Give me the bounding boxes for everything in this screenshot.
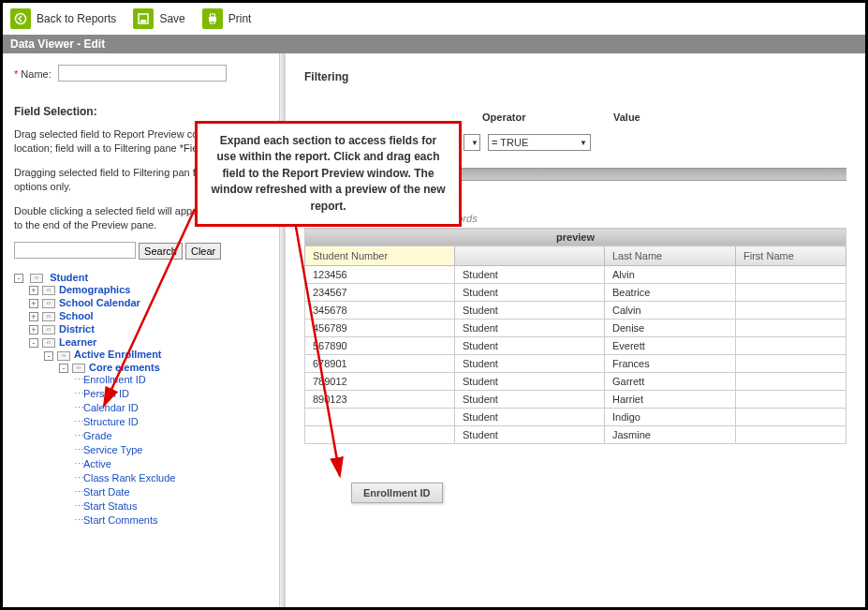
table-row[interactable]: StudentJasmine (305, 426, 846, 444)
instruction-callout: Expand each section to access fields for… (195, 121, 462, 227)
tree-node-schoolcal[interactable]: School Calendar (59, 297, 140, 308)
search-button[interactable]: Search (139, 243, 183, 260)
expand-icon[interactable]: - (59, 364, 68, 373)
search-input[interactable] (14, 242, 136, 259)
expand-icon[interactable]: + (29, 286, 38, 295)
tree-leaf-start-comments[interactable]: Start Comments (83, 514, 157, 526)
back-icon (10, 8, 31, 29)
expand-icon[interactable]: - (29, 338, 38, 348)
tree-node-core-elements[interactable]: Core elements (89, 362, 160, 373)
tree-leaf-service-type[interactable]: Service Type (83, 444, 142, 455)
node-icon: ‹› (30, 274, 43, 283)
operator-value: = TRUE (492, 137, 528, 148)
tree-leaf-start-date[interactable]: Start Date (83, 486, 130, 498)
cell-empty (736, 373, 846, 391)
filtering-header: Filtering (304, 70, 846, 83)
field-dropdown[interactable]: ▼ (463, 134, 480, 151)
cell-empty (736, 409, 846, 426)
tree-node-demographics[interactable]: Demographics (59, 284, 130, 295)
col-student-number[interactable]: Student Number (305, 246, 455, 266)
tree-node-school[interactable]: School (59, 310, 94, 321)
back-button[interactable]: Back to Reports (10, 8, 116, 29)
tree-leaf-enrollment-id[interactable]: Enrollment ID (83, 374, 146, 385)
save-button[interactable]: Save (133, 8, 184, 29)
tree-leaf-person-id[interactable]: Person ID (83, 388, 129, 399)
cell-first-name: Indigo (605, 409, 736, 426)
table-row[interactable]: 123456StudentAlvin (305, 266, 846, 284)
tree-leaf-structure-id[interactable]: Structure ID (83, 416, 139, 427)
operator-col-label: Operator (482, 112, 585, 123)
cell-last-name: Student (455, 284, 605, 302)
expand-icon[interactable]: + (29, 312, 38, 321)
drag-ghost-enrollment-id[interactable]: Enrollment ID (351, 483, 443, 503)
cell-last-name: Student (455, 409, 605, 426)
cell-first-name: Beatrice (605, 284, 736, 302)
cell-last-name: Student (455, 373, 605, 391)
field-selection-label: Field Selection: (14, 105, 273, 118)
expand-icon[interactable]: - (14, 274, 23, 283)
node-icon: ‹› (42, 312, 55, 321)
preview-table: preview Student Number Last Name First N… (304, 228, 846, 444)
table-row[interactable]: 567890StudentEverett (305, 337, 846, 355)
cell-first-name: Everett (605, 337, 736, 355)
print-button[interactable]: Print (202, 8, 252, 29)
tree-leaf-active[interactable]: Active (83, 458, 111, 469)
col-last-name[interactable]: Last Name (605, 246, 736, 266)
expand-icon[interactable]: - (44, 351, 53, 361)
tree-node-learner[interactable]: Learner (59, 336, 96, 348)
table-row[interactable]: 678901StudentFrances (305, 355, 846, 373)
cell-empty (736, 284, 846, 302)
tree-leaf-class-rank-exclude[interactable]: Class Rank Exclude (83, 472, 175, 484)
node-icon: ‹› (72, 364, 85, 373)
expand-icon[interactable]: + (29, 299, 38, 308)
tree-leaf-start-status[interactable]: Start Status (83, 500, 137, 512)
node-icon: ‹› (42, 325, 55, 335)
cell-first-name: Frances (605, 355, 736, 373)
required-star: * (14, 68, 18, 80)
toolbar: Back to Reports Save Print (3, 3, 865, 35)
cell-student-number: 456789 (305, 320, 455, 337)
save-label: Save (159, 12, 184, 25)
cell-student-number (305, 409, 455, 426)
cell-student-number: 789012 (305, 373, 455, 391)
svg-rect-4 (210, 14, 214, 17)
cell-student-number: 345678 (305, 302, 455, 320)
cell-student-number: 567890 (305, 337, 455, 355)
table-row[interactable]: 456789StudentDenise (305, 320, 846, 337)
operator-dropdown[interactable]: = TRUE▼ (488, 134, 591, 151)
tree-leaf-calendar-id[interactable]: Calendar ID (83, 402, 139, 413)
title-bar: Data Viewer - Edit (3, 35, 865, 53)
tree-node-active-enrollment[interactable]: Active Enrollment (74, 349, 162, 360)
tree-leaf-grade[interactable]: Grade (83, 430, 112, 441)
cell-first-name: Harriet (605, 391, 736, 409)
cell-last-name: Student (455, 426, 605, 444)
node-icon: ‹› (57, 351, 70, 361)
cell-empty (736, 302, 846, 320)
table-row[interactable]: 345678StudentCalvin (305, 302, 846, 320)
tree-node-student[interactable]: Student (50, 272, 88, 283)
tree-node-district[interactable]: District (59, 323, 95, 335)
cell-first-name: Jasmine (605, 426, 736, 444)
expand-icon[interactable]: + (29, 325, 38, 335)
table-row[interactable]: 890123StudentHarriet (305, 391, 846, 409)
svg-rect-2 (140, 20, 146, 22)
print-icon (202, 8, 223, 29)
table-row[interactable]: 789012StudentGarrett (305, 373, 846, 391)
cell-first-name: Alvin (605, 266, 736, 284)
node-icon: ‹› (42, 286, 55, 295)
node-icon: ‹› (42, 299, 55, 308)
col-first-name[interactable]: First Name (736, 246, 846, 266)
cell-last-name: Student (455, 355, 605, 373)
cell-first-name: Calvin (605, 302, 736, 320)
cell-first-name: Denise (605, 320, 736, 337)
clear-button[interactable]: Clear (185, 243, 221, 260)
print-label: Print (228, 12, 252, 25)
col-blank[interactable] (455, 246, 605, 266)
node-icon: ‹› (42, 338, 55, 348)
cell-student-number: 678901 (305, 355, 455, 373)
cell-student-number: 234567 (305, 284, 455, 302)
table-row[interactable]: StudentIndigo (305, 409, 846, 426)
svg-rect-5 (210, 21, 214, 23)
table-row[interactable]: 234567StudentBeatrice (305, 284, 846, 302)
name-input[interactable] (58, 65, 227, 82)
